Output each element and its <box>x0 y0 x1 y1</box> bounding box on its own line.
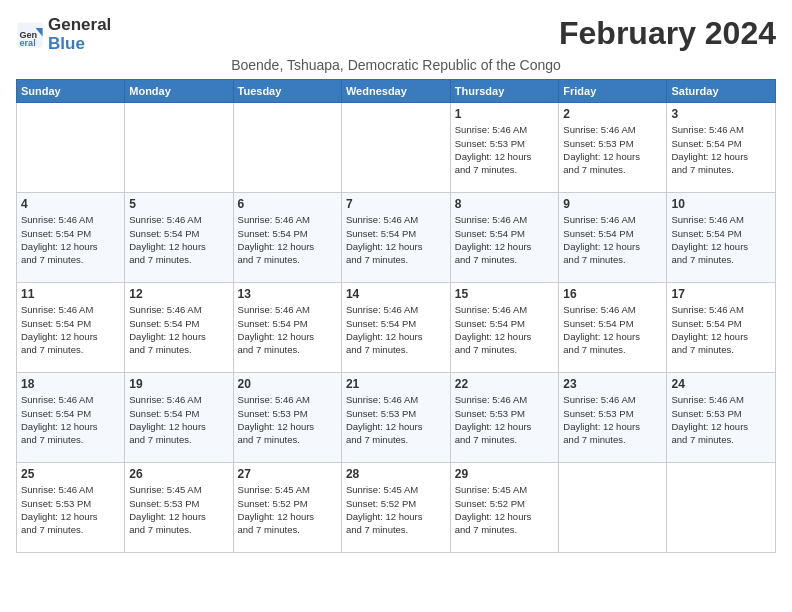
calendar-cell: 20Sunrise: 5:46 AMSunset: 5:53 PMDayligh… <box>233 373 341 463</box>
calendar-cell: 16Sunrise: 5:46 AMSunset: 5:54 PMDayligh… <box>559 283 667 373</box>
logo-general: General <box>48 16 111 35</box>
col-header-tuesday: Tuesday <box>233 80 341 103</box>
day-number: 15 <box>455 287 555 301</box>
day-number: 21 <box>346 377 446 391</box>
day-info: Sunrise: 5:46 AMSunset: 5:54 PMDaylight:… <box>455 213 555 266</box>
calendar-cell: 22Sunrise: 5:46 AMSunset: 5:53 PMDayligh… <box>450 373 559 463</box>
day-info: Sunrise: 5:45 AMSunset: 5:53 PMDaylight:… <box>129 483 228 536</box>
day-number: 1 <box>455 107 555 121</box>
day-number: 18 <box>21 377 120 391</box>
day-info: Sunrise: 5:46 AMSunset: 5:53 PMDaylight:… <box>455 393 555 446</box>
day-number: 5 <box>129 197 228 211</box>
calendar-cell <box>559 463 667 553</box>
day-info: Sunrise: 5:45 AMSunset: 5:52 PMDaylight:… <box>455 483 555 536</box>
col-header-sunday: Sunday <box>17 80 125 103</box>
day-number: 3 <box>671 107 771 121</box>
calendar-cell: 25Sunrise: 5:46 AMSunset: 5:53 PMDayligh… <box>17 463 125 553</box>
calendar-cell: 21Sunrise: 5:46 AMSunset: 5:53 PMDayligh… <box>341 373 450 463</box>
calendar-cell: 8Sunrise: 5:46 AMSunset: 5:54 PMDaylight… <box>450 193 559 283</box>
day-info: Sunrise: 5:46 AMSunset: 5:54 PMDaylight:… <box>238 303 337 356</box>
day-number: 10 <box>671 197 771 211</box>
calendar-cell: 9Sunrise: 5:46 AMSunset: 5:54 PMDaylight… <box>559 193 667 283</box>
day-number: 7 <box>346 197 446 211</box>
calendar-cell: 5Sunrise: 5:46 AMSunset: 5:54 PMDaylight… <box>125 193 233 283</box>
day-number: 12 <box>129 287 228 301</box>
calendar-cell: 26Sunrise: 5:45 AMSunset: 5:53 PMDayligh… <box>125 463 233 553</box>
calendar-cell: 2Sunrise: 5:46 AMSunset: 5:53 PMDaylight… <box>559 103 667 193</box>
logo: Gen eral General Blue <box>16 16 111 53</box>
calendar-cell <box>667 463 776 553</box>
day-info: Sunrise: 5:46 AMSunset: 5:53 PMDaylight:… <box>238 393 337 446</box>
calendar-cell: 19Sunrise: 5:46 AMSunset: 5:54 PMDayligh… <box>125 373 233 463</box>
day-info: Sunrise: 5:46 AMSunset: 5:53 PMDaylight:… <box>21 483 120 536</box>
page-title: February 2024 <box>559 16 776 51</box>
day-number: 13 <box>238 287 337 301</box>
day-number: 17 <box>671 287 771 301</box>
day-info: Sunrise: 5:46 AMSunset: 5:54 PMDaylight:… <box>671 123 771 176</box>
calendar-cell: 3Sunrise: 5:46 AMSunset: 5:54 PMDaylight… <box>667 103 776 193</box>
day-number: 29 <box>455 467 555 481</box>
day-info: Sunrise: 5:45 AMSunset: 5:52 PMDaylight:… <box>346 483 446 536</box>
day-info: Sunrise: 5:46 AMSunset: 5:54 PMDaylight:… <box>129 213 228 266</box>
day-number: 27 <box>238 467 337 481</box>
day-info: Sunrise: 5:46 AMSunset: 5:53 PMDaylight:… <box>346 393 446 446</box>
day-info: Sunrise: 5:46 AMSunset: 5:54 PMDaylight:… <box>671 303 771 356</box>
day-info: Sunrise: 5:46 AMSunset: 5:53 PMDaylight:… <box>455 123 555 176</box>
calendar-cell: 23Sunrise: 5:46 AMSunset: 5:53 PMDayligh… <box>559 373 667 463</box>
day-number: 22 <box>455 377 555 391</box>
day-info: Sunrise: 5:46 AMSunset: 5:54 PMDaylight:… <box>455 303 555 356</box>
logo-blue: Blue <box>48 35 111 54</box>
day-info: Sunrise: 5:46 AMSunset: 5:53 PMDaylight:… <box>563 393 662 446</box>
day-number: 26 <box>129 467 228 481</box>
calendar-cell: 14Sunrise: 5:46 AMSunset: 5:54 PMDayligh… <box>341 283 450 373</box>
calendar-cell: 7Sunrise: 5:46 AMSunset: 5:54 PMDaylight… <box>341 193 450 283</box>
day-number: 23 <box>563 377 662 391</box>
day-number: 11 <box>21 287 120 301</box>
calendar-cell: 13Sunrise: 5:46 AMSunset: 5:54 PMDayligh… <box>233 283 341 373</box>
day-number: 2 <box>563 107 662 121</box>
day-info: Sunrise: 5:46 AMSunset: 5:54 PMDaylight:… <box>563 213 662 266</box>
calendar-cell: 28Sunrise: 5:45 AMSunset: 5:52 PMDayligh… <box>341 463 450 553</box>
day-number: 16 <box>563 287 662 301</box>
logo-icon: Gen eral <box>16 21 44 49</box>
calendar-table: SundayMondayTuesdayWednesdayThursdayFrid… <box>16 79 776 553</box>
calendar-cell: 1Sunrise: 5:46 AMSunset: 5:53 PMDaylight… <box>450 103 559 193</box>
calendar-cell: 6Sunrise: 5:46 AMSunset: 5:54 PMDaylight… <box>233 193 341 283</box>
day-number: 25 <box>21 467 120 481</box>
day-info: Sunrise: 5:46 AMSunset: 5:54 PMDaylight:… <box>21 213 120 266</box>
day-info: Sunrise: 5:45 AMSunset: 5:52 PMDaylight:… <box>238 483 337 536</box>
day-info: Sunrise: 5:46 AMSunset: 5:54 PMDaylight:… <box>238 213 337 266</box>
calendar-cell <box>125 103 233 193</box>
day-number: 4 <box>21 197 120 211</box>
day-info: Sunrise: 5:46 AMSunset: 5:54 PMDaylight:… <box>21 303 120 356</box>
day-number: 19 <box>129 377 228 391</box>
day-info: Sunrise: 5:46 AMSunset: 5:53 PMDaylight:… <box>563 123 662 176</box>
calendar-cell: 27Sunrise: 5:45 AMSunset: 5:52 PMDayligh… <box>233 463 341 553</box>
day-info: Sunrise: 5:46 AMSunset: 5:53 PMDaylight:… <box>671 393 771 446</box>
calendar-cell: 15Sunrise: 5:46 AMSunset: 5:54 PMDayligh… <box>450 283 559 373</box>
calendar-cell: 24Sunrise: 5:46 AMSunset: 5:53 PMDayligh… <box>667 373 776 463</box>
day-number: 14 <box>346 287 446 301</box>
day-number: 28 <box>346 467 446 481</box>
col-header-thursday: Thursday <box>450 80 559 103</box>
calendar-cell: 12Sunrise: 5:46 AMSunset: 5:54 PMDayligh… <box>125 283 233 373</box>
day-info: Sunrise: 5:46 AMSunset: 5:54 PMDaylight:… <box>129 303 228 356</box>
day-number: 20 <box>238 377 337 391</box>
calendar-cell: 11Sunrise: 5:46 AMSunset: 5:54 PMDayligh… <box>17 283 125 373</box>
day-info: Sunrise: 5:46 AMSunset: 5:54 PMDaylight:… <box>21 393 120 446</box>
day-number: 8 <box>455 197 555 211</box>
day-number: 6 <box>238 197 337 211</box>
day-info: Sunrise: 5:46 AMSunset: 5:54 PMDaylight:… <box>129 393 228 446</box>
day-number: 9 <box>563 197 662 211</box>
col-header-wednesday: Wednesday <box>341 80 450 103</box>
page-subtitle: Boende, Tshuapa, Democratic Republic of … <box>16 57 776 73</box>
calendar-cell: 18Sunrise: 5:46 AMSunset: 5:54 PMDayligh… <box>17 373 125 463</box>
calendar-cell: 10Sunrise: 5:46 AMSunset: 5:54 PMDayligh… <box>667 193 776 283</box>
day-info: Sunrise: 5:46 AMSunset: 5:54 PMDaylight:… <box>346 213 446 266</box>
day-info: Sunrise: 5:46 AMSunset: 5:54 PMDaylight:… <box>346 303 446 356</box>
day-info: Sunrise: 5:46 AMSunset: 5:54 PMDaylight:… <box>671 213 771 266</box>
day-info: Sunrise: 5:46 AMSunset: 5:54 PMDaylight:… <box>563 303 662 356</box>
svg-text:eral: eral <box>20 38 36 48</box>
calendar-cell: 17Sunrise: 5:46 AMSunset: 5:54 PMDayligh… <box>667 283 776 373</box>
calendar-cell: 4Sunrise: 5:46 AMSunset: 5:54 PMDaylight… <box>17 193 125 283</box>
